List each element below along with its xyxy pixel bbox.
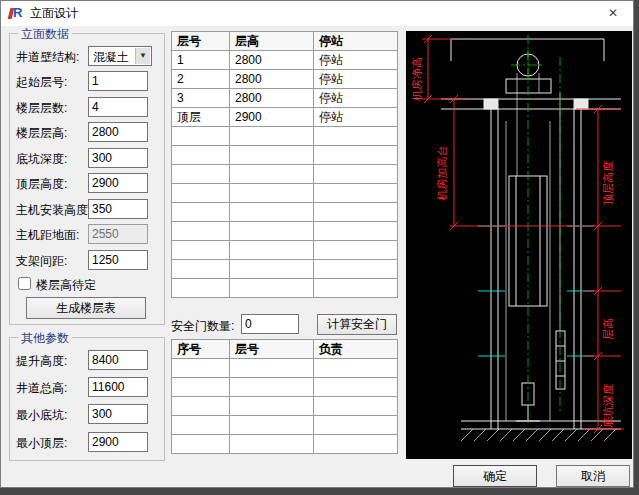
cell[interactable]: 2800 bbox=[230, 51, 314, 70]
empty-cell bbox=[314, 146, 398, 165]
field-row: 井道总高: bbox=[16, 377, 160, 397]
empty-cell bbox=[314, 203, 398, 222]
empty-cell bbox=[172, 378, 230, 397]
empty-cell bbox=[172, 435, 230, 454]
safety-door-count-input[interactable] bbox=[241, 314, 299, 334]
safety-door-table: 序号 层号 负责 bbox=[171, 339, 398, 454]
empty-cell bbox=[314, 222, 398, 241]
empty-cell bbox=[230, 146, 314, 165]
field-row: 主机距地面: bbox=[16, 224, 160, 244]
safety-door-table-header-cell: 层号 bbox=[230, 340, 314, 359]
empty-cell bbox=[230, 165, 314, 184]
calc-safety-door-button[interactable]: 计算安全门 bbox=[317, 314, 397, 335]
centerlines bbox=[511, 35, 560, 426]
table-row bbox=[172, 241, 398, 260]
cell[interactable]: 1 bbox=[172, 51, 230, 70]
cell[interactable]: 2 bbox=[172, 70, 230, 89]
floor-table-header-cell: 层高 bbox=[230, 32, 314, 51]
floor-count-input[interactable] bbox=[88, 97, 148, 117]
table-row bbox=[172, 222, 398, 241]
empty-cell bbox=[230, 435, 314, 454]
table-row bbox=[172, 203, 398, 222]
elevation-data-group: 立面数据 井道壁结构: 混凝土 ▼ 起始层号: 楼层层数: 楼层层高: 底坑深度… bbox=[9, 33, 165, 325]
close-icon[interactable]: ✕ bbox=[598, 4, 628, 22]
screen: R 立面设计 ✕ 立面数据 井道壁结构: 混凝土 ▼ 起始层号: 楼层层数: 楼… bbox=[0, 0, 639, 495]
table-row[interactable]: 顶层 2900 停站 bbox=[172, 108, 398, 127]
floor-height-tbd-label: 楼层高待定 bbox=[36, 277, 96, 294]
ok-button[interactable]: 确定 bbox=[453, 465, 537, 487]
other-params-group-title: 其他参数 bbox=[18, 330, 72, 347]
chevron-down-icon: ▼ bbox=[135, 48, 150, 64]
field-row: 楼层层数: bbox=[16, 97, 160, 117]
lift-height-input[interactable] bbox=[88, 350, 148, 370]
field-row: 楼层层高: bbox=[16, 122, 160, 142]
shaft-wall-select[interactable]: 混凝土 ▼ bbox=[88, 46, 152, 66]
field-row: 最小底坑: bbox=[16, 404, 160, 424]
floor-table: 层号 层高 停站 1 2800 停站 2 2800 停站 3 2800 停站 顶… bbox=[171, 31, 398, 298]
floor-level-marks bbox=[478, 226, 594, 356]
table-row[interactable]: 2 2800 停站 bbox=[172, 70, 398, 89]
cell[interactable]: 2800 bbox=[230, 89, 314, 108]
cell[interactable]: 停站 bbox=[314, 70, 398, 89]
empty-cell bbox=[230, 279, 314, 298]
lift-height-label: 提升高度: bbox=[16, 353, 67, 370]
cell[interactable]: 停站 bbox=[314, 51, 398, 70]
table-row[interactable]: 1 2800 停站 bbox=[172, 51, 398, 70]
empty-cell bbox=[314, 378, 398, 397]
pit-depth-input[interactable] bbox=[88, 148, 148, 168]
table-row bbox=[172, 165, 398, 184]
app-icon: R bbox=[8, 6, 24, 21]
table-row[interactable]: 3 2800 停站 bbox=[172, 89, 398, 108]
elevation-drawing: 机房净高 机房加高台 顶层高度 层高 底坑深度 bbox=[406, 31, 632, 459]
table-row bbox=[172, 359, 398, 378]
dimension-lines bbox=[422, 35, 624, 433]
shaft-total-height-input[interactable] bbox=[88, 377, 148, 397]
empty-cell bbox=[314, 416, 398, 435]
empty-cell bbox=[172, 359, 230, 378]
empty-cell bbox=[230, 222, 314, 241]
floor-height-input[interactable] bbox=[88, 122, 148, 142]
table-row bbox=[172, 397, 398, 416]
machine-ground-distance-input bbox=[88, 224, 148, 244]
empty-cell bbox=[230, 241, 314, 260]
shaft-structure bbox=[441, 39, 621, 429]
empty-cell bbox=[230, 378, 314, 397]
cell[interactable]: 顶层 bbox=[172, 108, 230, 127]
cell[interactable]: 3 bbox=[172, 89, 230, 108]
empty-cell bbox=[314, 397, 398, 416]
cell[interactable]: 停站 bbox=[314, 89, 398, 108]
empty-cell bbox=[314, 435, 398, 454]
bracket-spacing-input[interactable] bbox=[88, 250, 148, 270]
machine-install-height-input[interactable] bbox=[88, 199, 148, 219]
table-row bbox=[172, 260, 398, 279]
empty-cell bbox=[314, 184, 398, 203]
min-top-floor-input[interactable] bbox=[88, 432, 148, 452]
safety-door-table-header: 序号 层号 负责 bbox=[172, 340, 398, 359]
cancel-button[interactable]: 取消 bbox=[556, 465, 630, 487]
field-row: 起始层号: bbox=[16, 71, 160, 91]
machine-base bbox=[506, 79, 551, 93]
table-row bbox=[172, 146, 398, 165]
cell[interactable]: 停站 bbox=[314, 108, 398, 127]
empty-cell bbox=[314, 127, 398, 146]
start-floor-input[interactable] bbox=[88, 71, 148, 91]
table-row bbox=[172, 435, 398, 454]
cell[interactable]: 2900 bbox=[230, 108, 314, 127]
min-pit-input[interactable] bbox=[88, 404, 148, 424]
generate-floor-table-button[interactable]: 生成楼层表 bbox=[26, 297, 146, 319]
empty-cell bbox=[230, 127, 314, 146]
pit-hatching bbox=[461, 429, 616, 441]
floor-table-header-cell: 层号 bbox=[172, 32, 230, 51]
empty-cell bbox=[172, 279, 230, 298]
dimension-labels: 机房净高 机房加高台 顶层高度 层高 底坑深度 bbox=[411, 57, 614, 428]
top-floor-height-input[interactable] bbox=[88, 173, 148, 193]
floor-height-tbd-checkbox[interactable] bbox=[18, 277, 31, 290]
cad-preview: 机房净高 机房加高台 顶层高度 层高 底坑深度 bbox=[406, 31, 632, 459]
empty-cell bbox=[172, 127, 230, 146]
cell[interactable]: 2800 bbox=[230, 70, 314, 89]
field-row: 主机安装高度: bbox=[16, 199, 160, 219]
empty-cell bbox=[230, 260, 314, 279]
floor-table-header: 层号 层高 停站 bbox=[172, 32, 398, 51]
empty-cell bbox=[172, 416, 230, 435]
field-row: 提升高度: bbox=[16, 350, 160, 370]
